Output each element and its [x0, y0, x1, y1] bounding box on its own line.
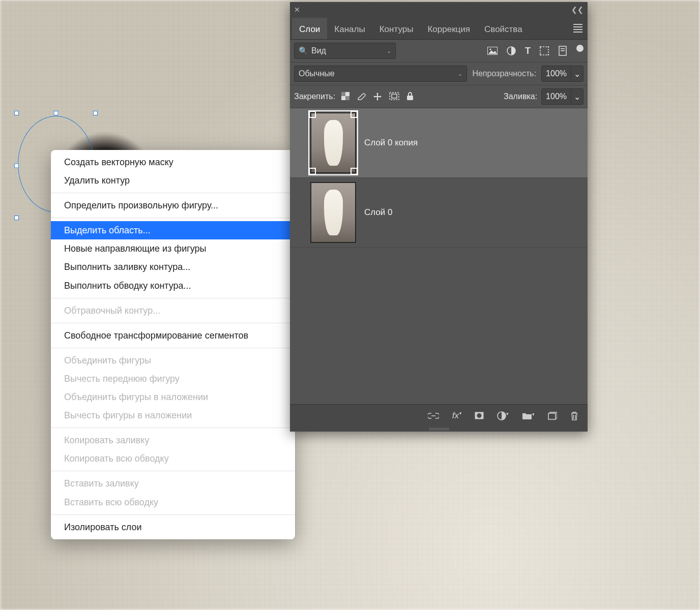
group-icon[interactable]: ▾: [522, 412, 535, 419]
context-menu-item[interactable]: Удалить контур: [51, 171, 295, 190]
fill-input[interactable]: 100% ⌄: [541, 88, 584, 105]
layer-row[interactable]: Слой 0: [290, 178, 588, 248]
context-menu-item[interactable]: Новые направляющие из фигуры: [51, 239, 295, 258]
handle-n[interactable]: [54, 111, 59, 115]
svg-point-5: [548, 46, 549, 48]
context-menu: Создать векторную маскуУдалить контурОпр…: [51, 150, 295, 539]
svg-rect-15: [392, 94, 397, 98]
layer-name[interactable]: Слой 0: [364, 207, 393, 218]
fill-value: 100%: [542, 92, 571, 101]
tab-каналы[interactable]: Каналы: [327, 18, 372, 39]
lock-move-icon[interactable]: [373, 92, 382, 101]
context-menu-item: Вычесть переднюю фигуру: [51, 370, 295, 388]
new-layer-icon[interactable]: [548, 412, 557, 420]
layers-panel: ✕ ❮❮ СлоиКаналыКонтурыКоррекцияСвойства …: [290, 2, 588, 432]
fx-icon[interactable]: fx▾: [452, 411, 461, 421]
svg-rect-14: [390, 93, 399, 100]
handle-w[interactable]: [14, 163, 19, 168]
lock-all-icon[interactable]: [406, 92, 414, 101]
layer-name[interactable]: Слой 0 копия: [364, 138, 418, 148]
layer-row[interactable]: Слой 0 копия: [290, 108, 588, 178]
context-menu-item: Копировать всю обводку: [51, 449, 295, 468]
blend-mode-select[interactable]: Обычные ⌄: [294, 66, 467, 82]
search-icon: 🔍: [299, 46, 308, 55]
chevron-down-icon[interactable]: ⌄: [571, 66, 583, 81]
layer-thumbnail[interactable]: [310, 182, 356, 243]
svg-rect-20: [548, 413, 556, 419]
adjustment-icon[interactable]: ▾: [497, 411, 509, 420]
chevron-down-icon: ⌄: [387, 48, 391, 54]
svg-rect-9: [561, 48, 565, 49]
mask-icon[interactable]: [475, 412, 484, 419]
filter-type-label: Вид: [311, 46, 326, 55]
tab-слои[interactable]: Слои: [292, 18, 327, 39]
link-icon[interactable]: [428, 413, 439, 419]
panel-menu-icon[interactable]: [573, 24, 582, 33]
filter-text-icon[interactable]: T: [525, 46, 531, 56]
context-menu-item[interactable]: Изолировать слои: [51, 518, 295, 536]
blend-mode-value: Обычные: [299, 69, 335, 78]
svg-rect-3: [540, 47, 548, 55]
fill-label: Заливка:: [504, 92, 537, 101]
context-menu-item: Вставить заливку: [51, 474, 295, 493]
opacity-value: 100%: [542, 69, 571, 78]
chevron-down-icon[interactable]: ⌄: [571, 89, 583, 104]
resize-grip[interactable]: [290, 426, 588, 432]
context-menu-item: Объединить фигуры: [51, 351, 295, 370]
svg-rect-12: [341, 92, 345, 96]
filter-type-select[interactable]: 🔍Вид ⌄: [294, 43, 396, 59]
context-menu-item[interactable]: Определить произвольную фигуру...: [51, 196, 295, 215]
context-menu-item: Копировать заливку: [51, 431, 295, 449]
svg-rect-13: [345, 96, 349, 100]
filter-shape-icon[interactable]: [540, 46, 549, 55]
filter-smart-icon[interactable]: [558, 46, 567, 56]
opacity-input[interactable]: 100% ⌄: [541, 66, 584, 82]
context-menu-item: Вставить всю обводку: [51, 493, 295, 511]
handle-sw[interactable]: [14, 216, 19, 220]
tab-свойства[interactable]: Свойства: [477, 18, 530, 39]
panel-tabs: СлоиКаналыКонтурыКоррекцияСвойства: [290, 17, 588, 40]
filter-image-icon[interactable]: [487, 47, 498, 55]
handle-ne[interactable]: [93, 111, 98, 115]
opacity-label: Непрозрачность:: [472, 69, 536, 78]
svg-point-7: [548, 54, 549, 56]
context-menu-item[interactable]: Создать векторную маску: [51, 153, 295, 171]
filter-toggle[interactable]: [576, 45, 584, 52]
lock-artboard-icon[interactable]: [389, 92, 399, 101]
delete-icon[interactable]: [570, 411, 578, 420]
layers-list: Слой 0 копияСлой 0: [290, 108, 588, 404]
context-menu-item[interactable]: Выполнить заливку контура...: [51, 258, 295, 276]
lock-paint-icon[interactable]: [357, 92, 366, 101]
svg-point-4: [540, 46, 541, 48]
context-menu-item: Вычесть фигуры в наложении: [51, 406, 295, 424]
layer-thumbnail[interactable]: [310, 112, 356, 173]
svg-point-1: [489, 48, 491, 50]
handle-nw[interactable]: [14, 111, 19, 115]
panel-footer: fx▾ ▾ ▾: [290, 404, 588, 426]
svg-point-6: [540, 54, 541, 56]
collapse-icon[interactable]: ❮❮: [571, 6, 584, 14]
chevron-down-icon: ⌄: [458, 71, 462, 77]
lock-label: Закрепить:: [294, 92, 335, 101]
svg-rect-10: [561, 50, 565, 51]
lock-transparency-icon[interactable]: [341, 92, 349, 101]
tab-контуры[interactable]: Контуры: [372, 18, 421, 39]
tab-коррекция[interactable]: Коррекция: [420, 18, 477, 39]
filter-adjust-icon[interactable]: [507, 46, 516, 55]
context-menu-item: Объединить фигуры в наложении: [51, 388, 295, 406]
svg-point-18: [477, 413, 482, 418]
context-menu-item[interactable]: Выполнить обводку контура...: [51, 277, 295, 295]
context-menu-item[interactable]: Выделить область...: [51, 221, 295, 239]
context-menu-item: Обтравочный контур...: [51, 301, 295, 320]
context-menu-item[interactable]: Свободное трансформирование сегментов: [51, 326, 295, 345]
close-icon[interactable]: ✕: [294, 6, 300, 14]
svg-rect-16: [407, 96, 413, 100]
